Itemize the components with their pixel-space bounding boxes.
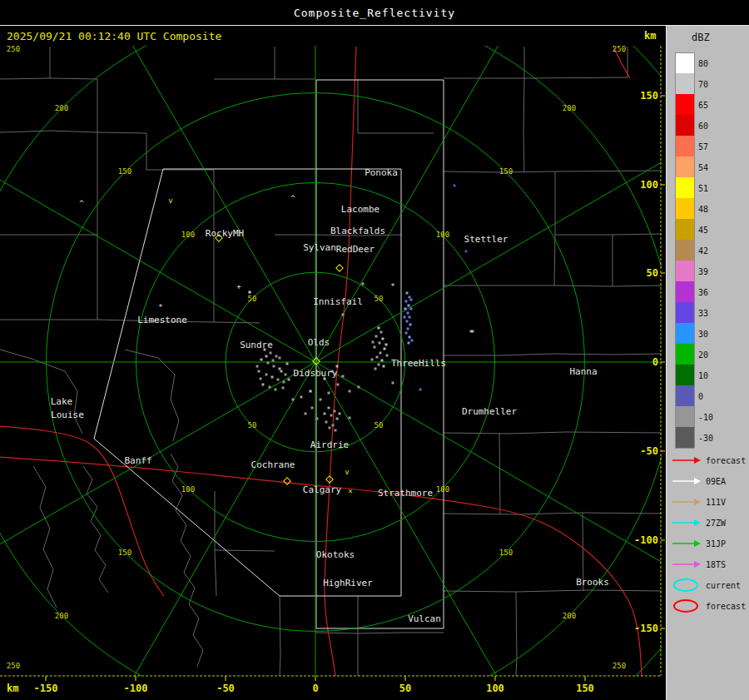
- dbz-scale-row: 70: [675, 73, 748, 94]
- range-ring-label: 150: [499, 167, 513, 176]
- timestamp-label: 2025/09/21 00:12:40 UTC Composite: [7, 30, 221, 42]
- range-ring-label: 250: [613, 45, 626, 53]
- legend-arrow-label: 111V: [706, 498, 726, 507]
- legend-arrow-row: 111V: [672, 494, 726, 510]
- dbz-scale-row: 65: [675, 94, 748, 115]
- city-label: Okotoks: [316, 549, 355, 560]
- bottom-axis-label: 100: [486, 683, 504, 694]
- bottom-axis-label: -100: [124, 683, 148, 694]
- range-ring-label: 150: [118, 549, 131, 557]
- right-axis-label: 100: [640, 179, 658, 191]
- city-label: RockyMH: [206, 228, 244, 239]
- range-ring-label: 100: [436, 485, 449, 494]
- dbz-scale-row: 80: [675, 52, 748, 73]
- dbz-scale-value: -10: [698, 412, 713, 421]
- city-label: ThreeHills: [391, 358, 446, 369]
- colour-scale-sidebar: dBZ 807065605754514845423936333020100-10…: [666, 25, 749, 700]
- dbz-scale-row: 20: [675, 344, 748, 365]
- dbz-scale-row: 30: [675, 323, 748, 344]
- right-axis-label: 0: [652, 356, 658, 368]
- city-label: Olds: [308, 337, 330, 348]
- right-axis-label: 50: [647, 267, 658, 279]
- legend-arrow-icon: [672, 476, 702, 486]
- dbz-swatch: [675, 177, 695, 198]
- dbz-scale-value: 36: [698, 287, 708, 296]
- range-ring-label: 50: [374, 295, 384, 303]
- station-marker-icon: *: [469, 329, 473, 337]
- dbz-swatch: [675, 136, 695, 156]
- city-label: Cochrane: [251, 459, 295, 470]
- range-ring-label: 200: [55, 104, 68, 112]
- dbz-swatch: [675, 73, 695, 94]
- right-axis-label: -100: [634, 534, 658, 546]
- dbz-scale-row: 36: [675, 281, 748, 302]
- range-ring-label: 150: [499, 549, 513, 557]
- range-ring-label: 50: [374, 421, 384, 429]
- dbz-scale-value: 51: [698, 183, 708, 192]
- dbz-swatch: [675, 385, 695, 406]
- city-label: Innisfail: [313, 296, 363, 307]
- dbz-scale-row: 60: [675, 115, 748, 136]
- dbz-scale-value: 80: [698, 58, 708, 67]
- dbz-scale-row: 39: [675, 261, 748, 281]
- radar-site-diamond-icon: [335, 264, 344, 272]
- dbz-scale-value: 33: [698, 308, 708, 317]
- dbz-scale-row: 51: [675, 177, 748, 198]
- radar-map-canvas: [0, 0, 749, 700]
- radar-coverage-boxes: [94, 80, 444, 628]
- bottom-axis-unit-label: km: [7, 683, 18, 694]
- city-label: Blackfalds: [330, 226, 385, 236]
- dbz-swatch: [675, 427, 695, 449]
- city-label: Sundre: [240, 340, 273, 350]
- legend-arrow-row: forecast: [672, 452, 746, 469]
- range-ring-label: 200: [563, 612, 576, 620]
- yellow-marker-icon: ×: [348, 487, 352, 495]
- bottom-axis-label: 0: [312, 683, 318, 694]
- bottom-axis-label: -50: [216, 683, 235, 694]
- dbz-swatch: [675, 323, 695, 344]
- station-marker-icon: ^: [79, 199, 83, 207]
- radar-site-diamond-icon: [215, 234, 223, 242]
- city-label: Airdrie: [310, 439, 349, 450]
- legend-ellipse-label: current: [706, 581, 741, 590]
- radar-site-diamond-icon: [325, 475, 334, 484]
- dbz-scale-value: 45: [698, 225, 708, 234]
- dbz-scale-value: 48: [698, 204, 708, 213]
- legend-arrow-icon: [672, 455, 702, 465]
- legend-arrow-row: 27ZW: [672, 514, 726, 531]
- dbz-scale-row: -10: [675, 406, 748, 427]
- city-label: RedDeer: [336, 244, 374, 255]
- legend-ellipse-label: forecast: [706, 602, 746, 611]
- city-label: Louise: [51, 410, 84, 420]
- range-ring-label: 100: [436, 231, 449, 239]
- right-axis-unit-label: km: [644, 30, 656, 42]
- bottom-axis-label: 150: [576, 683, 594, 694]
- station-marker-icon: +: [236, 282, 241, 290]
- dbz-scale-row: 10: [675, 365, 748, 385]
- dbz-swatch: [675, 406, 695, 427]
- dbz-scale-value: 30: [698, 329, 708, 338]
- dbz-swatch: [675, 302, 695, 323]
- dbz-swatch: [675, 240, 695, 261]
- range-ring-label: 100: [181, 485, 195, 494]
- city-label: Lake: [51, 396, 73, 407]
- scale-unit-label: dBZ: [692, 32, 710, 43]
- dbz-swatch: [675, 219, 695, 240]
- dbz-scale-row: 54: [675, 156, 748, 177]
- window-title-bar[interactable]: Composite_Reflectivity: [0, 0, 749, 26]
- dbz-swatch: [675, 281, 695, 302]
- dbz-scale-value: 54: [698, 162, 708, 171]
- city-label: Vulcan: [408, 613, 441, 624]
- window-title: Composite_Reflectivity: [294, 7, 455, 19]
- range-ring-label: 200: [55, 612, 68, 620]
- legend-arrow-label: 31JP: [706, 539, 726, 549]
- dbz-scale-value: 65: [698, 100, 708, 109]
- dbz-swatch: [675, 156, 695, 177]
- legend-arrow-icon: [672, 539, 702, 549]
- dbz-scale-value: 10: [698, 370, 708, 380]
- dbz-scale-row: 48: [675, 198, 748, 219]
- legend-arrow-label: 27ZW: [706, 519, 726, 528]
- range-ring-label: 150: [118, 167, 131, 176]
- legend-ellipse-row: forecast: [672, 598, 746, 614]
- legend-arrow-label: forecast: [706, 456, 746, 465]
